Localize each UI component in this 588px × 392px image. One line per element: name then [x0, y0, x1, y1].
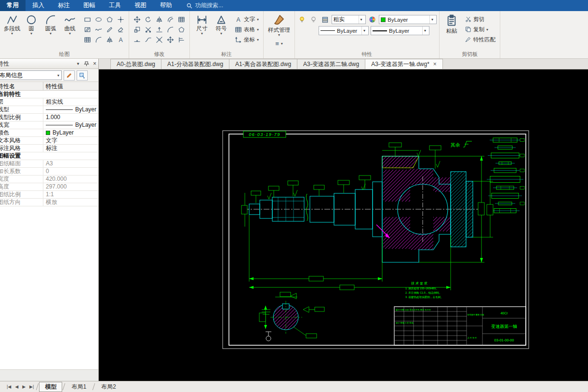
line-preview	[46, 125, 73, 125]
text-small-button[interactable]: A	[115, 35, 126, 45]
color-select[interactable]: ByLayer ▾	[379, 15, 437, 24]
layout-nav-icon-0[interactable]: |◀	[5, 384, 13, 389]
property-name: 标注风格	[0, 145, 43, 152]
rotate-button[interactable]	[143, 14, 154, 25]
hatch-button[interactable]	[82, 25, 93, 35]
layout-tab-布局1[interactable]: 布局1	[66, 382, 92, 392]
cut-button[interactable]: 剪切	[463, 14, 497, 25]
menu-tab-5[interactable]: 视图	[128, 0, 153, 11]
property-value-cell[interactable]: 297.000	[43, 183, 99, 190]
menu-tab-0[interactable]: 常用	[0, 0, 26, 11]
eraser-button[interactable]	[115, 25, 126, 35]
property-value-cell[interactable]: 粗实线	[43, 98, 99, 106]
style-list-button[interactable]: ≡ ▾	[273, 39, 285, 49]
document-tab-0[interactable]: A0-总装图.dwg	[110, 59, 161, 69]
document-tab-3[interactable]: A3-变速器第二轴.dwg	[297, 59, 365, 69]
document-tab-1[interactable]: A1-分动器装配图.dwg	[161, 59, 229, 69]
join-button[interactable]	[143, 35, 154, 45]
property-value-cell[interactable]: ByLayer	[43, 122, 99, 129]
drawing-canvas[interactable]: 06-03-19-79 其余	[99, 69, 588, 381]
chevron-down-icon: ▾	[281, 42, 283, 45]
extend-button[interactable]	[154, 25, 165, 35]
document-tab-4[interactable]: A3-变速器第一轴.dwg*×	[365, 59, 443, 69]
menu-tab-6[interactable]: 帮助	[153, 0, 179, 11]
style-manager-button[interactable]: 样式管理 ▾	[266, 13, 292, 37]
property-value-cell[interactable]: 文字	[43, 137, 99, 144]
search-icon	[187, 3, 192, 9]
property-value-cell[interactable]: 1.000	[43, 114, 99, 121]
divider	[36, 383, 39, 390]
offset-button[interactable]	[165, 14, 176, 25]
annotate-text-button[interactable]: A文字▾	[233, 14, 261, 25]
layout-nav-icon-2[interactable]: ▶	[20, 384, 27, 389]
trim-button[interactable]	[143, 25, 154, 35]
select-objects-button[interactable]	[77, 70, 88, 81]
linetype-select[interactable]: ByLayer ▾	[319, 26, 369, 35]
copy-icon	[465, 26, 471, 32]
chamfer-button[interactable]	[176, 25, 187, 35]
color-swatch	[381, 17, 386, 22]
palette-menu-icon[interactable]: ▼	[76, 62, 80, 66]
annotate-grid-button[interactable]: 表格▾	[233, 25, 261, 35]
sketch-button[interactable]	[104, 25, 115, 35]
break-button[interactable]	[132, 35, 143, 45]
table-icon	[235, 26, 242, 33]
property-value-cell[interactable]: 420.000	[43, 176, 99, 183]
mirror-button[interactable]	[154, 14, 165, 25]
point-button[interactable]	[115, 14, 126, 25]
menu-tab-4[interactable]: 工具	[102, 0, 128, 11]
draw-circle-button[interactable]: 圆▾	[22, 13, 41, 35]
table-button[interactable]	[82, 35, 93, 45]
function-search[interactable]: 功能搜索...	[187, 0, 223, 11]
menu-tab-3[interactable]: 图幅	[77, 0, 102, 11]
match-properties-button[interactable]: 特性匹配	[463, 35, 497, 45]
spline-button[interactable]	[93, 25, 104, 35]
property-value-cell[interactable]: 横放	[43, 199, 99, 206]
property-name: 加长系数	[0, 168, 43, 175]
lineweight-select[interactable]: ByLayer ▾	[371, 26, 429, 35]
layout-nav-icon-1[interactable]: ◀	[13, 384, 20, 389]
mirror-line-button[interactable]	[104, 35, 115, 45]
close-tab-icon[interactable]: ×	[433, 61, 437, 68]
property-section-header: 图幅设置	[0, 152, 99, 160]
property-value-cell[interactable]: ByLayer	[43, 106, 99, 113]
explode-button[interactable]	[154, 35, 165, 45]
draw-arc-button[interactable]: 圆弧▾	[41, 13, 60, 35]
rectangle-button[interactable]	[82, 14, 93, 25]
stretch-button[interactable]	[165, 35, 176, 45]
layer-select[interactable]: 粗实 ▾	[332, 15, 366, 24]
paste-button[interactable]: 粘贴	[442, 13, 461, 34]
property-value-cell[interactable]: 0	[43, 168, 99, 175]
property-value-cell[interactable]: ByLayer	[43, 129, 99, 136]
menu-tab-1[interactable]: 插入	[26, 0, 51, 11]
array-button[interactable]	[176, 14, 187, 25]
pin-icon[interactable]	[84, 61, 89, 67]
fillet-button[interactable]	[165, 25, 176, 35]
edit-style-button[interactable]	[64, 70, 75, 81]
draw-polyline-button[interactable]: 多段线▾	[2, 13, 22, 35]
finish-label: 其余	[451, 142, 460, 148]
property-row: 线型ByLayer	[0, 106, 99, 114]
menu-tab-2[interactable]: 标注	[51, 0, 77, 11]
ellipse-button[interactable]	[93, 14, 104, 25]
move-button[interactable]	[132, 14, 143, 25]
annotate-dimension-button[interactable]: 尺寸▾	[192, 13, 212, 35]
property-value-cell[interactable]: 1:1	[43, 191, 99, 198]
property-value-cell[interactable]: A3	[43, 160, 99, 167]
layout-nav-icon-3[interactable]: ▶|	[27, 384, 36, 389]
polygon-button[interactable]	[104, 14, 115, 25]
annotate-coord-button[interactable]: 坐标▾	[233, 35, 261, 45]
layout-tab-布局2[interactable]: 布局2	[95, 382, 122, 392]
property-value-cell[interactable]: 标注	[43, 145, 99, 152]
scale-button[interactable]	[132, 25, 143, 35]
layout-tab-模型[interactable]: 模型	[39, 382, 62, 392]
align-button[interactable]	[176, 35, 187, 45]
copy-button[interactable]: 复制 ▾	[463, 25, 497, 35]
draw-wave-button[interactable]: 曲线▾	[60, 13, 80, 35]
close-icon[interactable]: ×	[93, 60, 96, 67]
info-scope-select[interactable]: 布局信息 ▾	[0, 70, 62, 80]
annotate-symbol-button[interactable]: 符号▾	[212, 13, 231, 35]
ribbon: 多段线▾圆▾圆弧▾曲线▾ A 绘图 修改 尺寸▾符号▾ A文字▾表格▾坐标▾ 标…	[0, 11, 588, 59]
arc-small-button[interactable]	[93, 35, 104, 45]
document-tab-2[interactable]: A1-离合器装配图.dwg	[229, 59, 297, 69]
